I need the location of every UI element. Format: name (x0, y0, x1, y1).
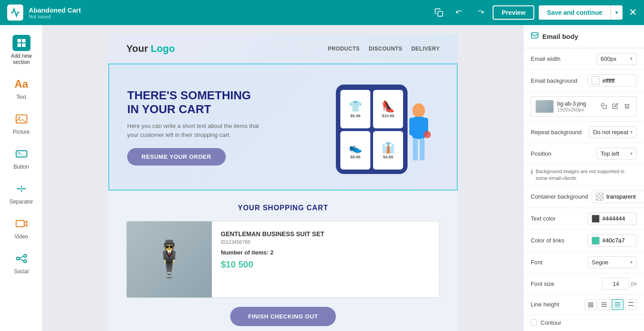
line-height-btn-1[interactable] (585, 299, 597, 310)
canvas: Your Logo PRODUCTS DISCOUNTS DELIVERY TH… (43, 25, 523, 331)
button-icon (13, 146, 30, 162)
picture-icon (13, 111, 30, 127)
sidebar-item-video[interactable]: Video (4, 211, 39, 244)
svg-point-13 (24, 260, 26, 263)
svg-rect-20 (409, 118, 414, 136)
panel-title: Email body (542, 33, 578, 40)
svg-line-15 (19, 259, 24, 261)
container-bg-row: Container background transparent (524, 186, 644, 208)
bg-info-row: ℹ Background images are not supported in… (524, 165, 644, 186)
links-color-swatch[interactable]: #40c7a7 (588, 234, 637, 247)
bg-image-inner: bg-ab-3.png 1920x260px (531, 96, 637, 117)
svg-rect-19 (420, 138, 425, 161)
sidebar-item-add-section[interactable]: Add new section (4, 30, 39, 70)
redo-button[interactable] (472, 4, 488, 21)
container-bg-label: Container background (531, 193, 588, 200)
nav-products[interactable]: PRODUCTS (328, 46, 360, 52)
social-icon (13, 250, 30, 267)
font-label: Font (531, 259, 542, 266)
hero-subtitle: Here you can write a short text about th… (127, 122, 270, 139)
email-width-select[interactable]: 600px ▾ (597, 53, 637, 65)
info-text: Background images are not supported in s… (536, 168, 637, 182)
cart-item-image: 🕴️ (127, 221, 212, 297)
sidebar-item-separator[interactable]: Separator (4, 176, 39, 209)
contour-row: Contour (524, 315, 644, 331)
line-height-buttons (585, 299, 637, 310)
app-logo (7, 4, 23, 21)
hero-title: THERE'S SOMETHINGIN YOUR CART (127, 89, 322, 116)
checkout-button[interactable]: FINISH CHECKING OUT (230, 307, 336, 326)
bg-edit-button[interactable] (610, 102, 620, 111)
repeat-bg-select[interactable]: Do not repeat ▾ (589, 126, 637, 138)
font-row: Font Segoe ▾ (524, 252, 644, 273)
sidebar-label-social: Social (14, 268, 29, 275)
canvas-inner: Your Logo PRODUCTS DISCOUNTS DELIVERY TH… (108, 34, 458, 322)
sidebar-label-text: Text (16, 94, 26, 100)
close-button[interactable]: ✕ (629, 7, 637, 18)
undo-button[interactable] (451, 4, 468, 21)
svg-line-14 (19, 256, 24, 258)
email-bg-row: Email background #ffffff (524, 70, 644, 92)
font-size-label: Font size (531, 280, 554, 287)
text-color-box (592, 215, 600, 223)
font-size-input[interactable] (602, 278, 629, 290)
svg-rect-23 (532, 33, 538, 38)
save-dropdown-arrow[interactable]: ▾ (611, 6, 623, 19)
email-width-row: Email width 600px ▾ (524, 48, 644, 70)
item-price: $10 500 (221, 259, 430, 270)
separator-icon (13, 181, 30, 197)
hero-content: THERE'S SOMETHINGIN YOUR CART Here you c… (127, 89, 322, 166)
line-height-btn-2[interactable] (598, 299, 610, 310)
line-height-btn-4[interactable] (625, 299, 637, 310)
email-bg-label: Email background (531, 77, 577, 84)
bg-image-thumb (536, 100, 554, 113)
sidebar-item-button[interactable]: Button (4, 141, 39, 174)
email-preview: Your Logo PRODUCTS DISCOUNTS DELIVERY TH… (108, 34, 458, 331)
app-title-block: Abandoned Cart Not saved (29, 6, 81, 19)
copy-icon-button[interactable] (431, 4, 447, 21)
container-bg-swatch[interactable]: transparent (592, 191, 644, 203)
bg-copy-button[interactable] (599, 102, 609, 111)
resume-order-button[interactable]: RESUME YOUR ORDER (127, 148, 226, 166)
sidebar: Add new section Aa Text Picture (0, 25, 43, 331)
font-select[interactable]: Segoe ▾ (588, 256, 637, 268)
font-size-controls: px (602, 278, 637, 290)
sidebar-item-social[interactable]: Social (4, 246, 39, 279)
sidebar-item-text[interactable]: Aa Text (4, 72, 39, 105)
bg-image-info: bg-ab-3.png 1920x260px (557, 101, 595, 112)
svg-point-11 (17, 257, 19, 260)
svg-rect-8 (17, 152, 21, 154)
svg-rect-2 (22, 39, 26, 42)
item-name: GENTLEMAN BUSINESS SUIT SET (221, 230, 430, 238)
email-bg-swatch (592, 76, 600, 85)
contour-checkbox[interactable] (531, 319, 537, 326)
cart-title: YOUR SHOPPING CART (126, 204, 440, 212)
save-continue-button[interactable]: Save and continue (539, 5, 611, 20)
bg-delete-button[interactable] (622, 102, 632, 111)
email-body-icon (531, 31, 539, 42)
hero-image: 👕$5.99 👠$10.99 👟$9.99 � (322, 78, 439, 176)
preview-button[interactable]: Preview (493, 5, 534, 20)
line-height-btn-3[interactable] (612, 299, 623, 310)
cart-item-details: GENTLEMAN BUSINESS SUIT SET ID123456789 … (212, 221, 439, 297)
svg-point-6 (18, 117, 20, 119)
text-color-swatch[interactable]: #444444 (588, 212, 637, 225)
position-select[interactable]: Top left ▾ (597, 148, 637, 160)
svg-rect-4 (22, 43, 26, 47)
cart-item: 🕴️ GENTLEMAN BUSINESS SUIT SET ID1234567… (126, 221, 440, 298)
contour-label: Contour (541, 319, 561, 326)
add-section-icon (13, 35, 30, 51)
nav-delivery[interactable]: DELIVERY (411, 46, 440, 52)
sidebar-item-picture[interactable]: Picture (4, 106, 39, 140)
svg-point-12 (24, 255, 26, 257)
svg-rect-9 (17, 154, 26, 155)
line-height-label: Line height (531, 301, 559, 308)
email-header: Your Logo PRODUCTS DISCOUNTS DELIVERY (108, 34, 458, 64)
topbar: Abandoned Cart Not saved Preview Save an… (0, 0, 644, 25)
app-subtitle: Not saved (29, 14, 81, 19)
sidebar-item-label: Add new section (11, 53, 32, 65)
svg-point-22 (424, 131, 431, 138)
nav-discounts[interactable]: DISCOUNTS (369, 46, 402, 52)
email-width-label: Email width (531, 55, 560, 62)
email-bg-color[interactable]: #ffffff (588, 74, 637, 87)
